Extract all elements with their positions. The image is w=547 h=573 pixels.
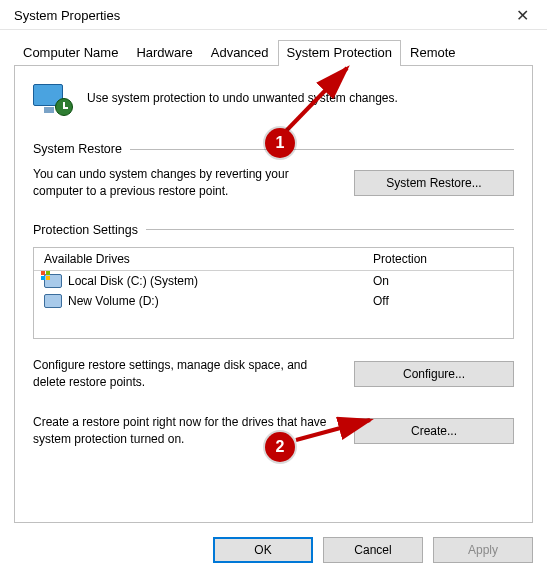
group-protection-header: Protection Settings (33, 223, 514, 237)
tab-hardware[interactable]: Hardware (127, 40, 201, 66)
configure-text: Configure restore settings, manage disk … (33, 357, 338, 392)
close-icon[interactable]: ✕ (507, 6, 537, 25)
system-restore-row: You can undo system changes by reverting… (33, 166, 514, 201)
divider (146, 229, 514, 230)
annotation-arrow-2 (290, 410, 380, 450)
ok-button[interactable]: OK (213, 537, 313, 563)
drive-protection: On (373, 274, 503, 288)
system-restore-text: You can undo system changes by reverting… (33, 166, 338, 201)
drive-protection: Off (373, 294, 503, 308)
dialog-buttons: OK Cancel Apply (0, 527, 547, 573)
drive-icon (44, 274, 62, 288)
drive-name: Local Disk (C:) (System) (68, 274, 373, 288)
drive-row[interactable]: Local Disk (C:) (System) On (34, 271, 513, 291)
svg-line-0 (285, 68, 347, 132)
tab-advanced[interactable]: Advanced (202, 40, 278, 66)
drive-icon (44, 294, 62, 308)
group-title-protection: Protection Settings (33, 223, 138, 237)
intro-row: Use system protection to undo unwanted s… (33, 80, 514, 116)
group-title-restore: System Restore (33, 142, 122, 156)
col-header-drives: Available Drives (44, 252, 373, 266)
annotation-arrow-1 (275, 60, 365, 140)
system-restore-button[interactable]: System Restore... (354, 170, 514, 196)
system-protection-icon (33, 80, 73, 116)
titlebar: System Properties ✕ (0, 0, 547, 30)
configure-row: Configure restore settings, manage disk … (33, 357, 514, 392)
divider (130, 149, 514, 150)
svg-line-1 (296, 420, 370, 440)
annotation-badge-2: 2 (265, 432, 295, 462)
drive-row[interactable]: New Volume (D:) Off (34, 291, 513, 311)
drives-list[interactable]: Available Drives Protection Local Disk (… (33, 247, 514, 339)
drives-header-row: Available Drives Protection (34, 248, 513, 271)
window-title: System Properties (14, 8, 120, 23)
tab-remote[interactable]: Remote (401, 40, 465, 66)
tab-bar: Computer Name Hardware Advanced System P… (0, 30, 547, 66)
tab-computer-name[interactable]: Computer Name (14, 40, 127, 66)
configure-button[interactable]: Configure... (354, 361, 514, 387)
cancel-button[interactable]: Cancel (323, 537, 423, 563)
apply-button: Apply (433, 537, 533, 563)
drive-name: New Volume (D:) (68, 294, 373, 308)
col-header-protection: Protection (373, 252, 503, 266)
annotation-badge-1: 1 (265, 128, 295, 158)
